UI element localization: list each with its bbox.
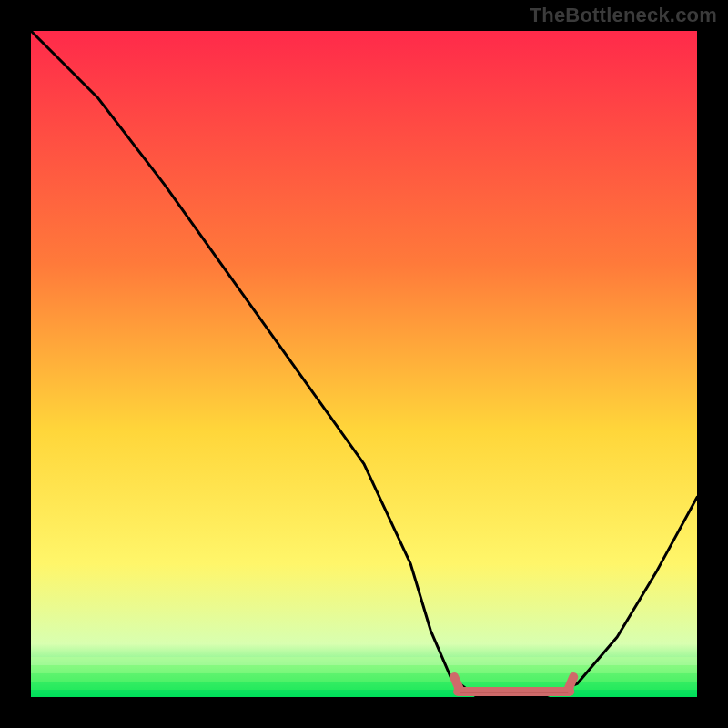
chart-frame: TheBottleneck.com (0, 0, 728, 728)
bottom-stripes (31, 657, 697, 697)
watermark: TheBottleneck.com (530, 4, 717, 27)
svg-rect-1 (31, 665, 697, 673)
svg-rect-2 (31, 673, 697, 682)
svg-rect-3 (31, 682, 697, 690)
svg-line-7 (568, 677, 573, 690)
bottleneck-chart (31, 31, 697, 697)
gradient-bg (31, 31, 697, 697)
svg-rect-4 (31, 690, 697, 697)
plot-area (31, 31, 697, 697)
svg-line-6 (454, 677, 460, 690)
